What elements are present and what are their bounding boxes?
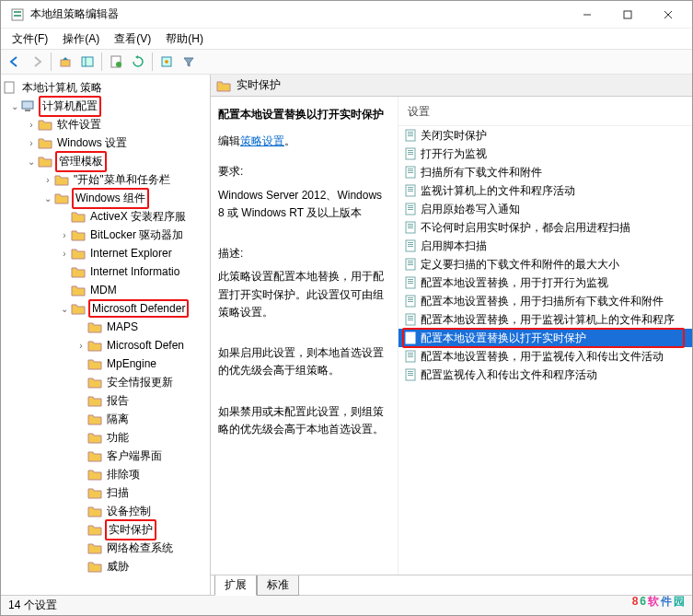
expand-icon[interactable]: › bbox=[58, 230, 71, 240]
close-button[interactable] bbox=[648, 2, 688, 28]
folder-icon bbox=[87, 468, 102, 481]
tree-software[interactable]: ›软件设置 bbox=[1, 115, 210, 134]
tree-ie[interactable]: ›Internet Explorer bbox=[1, 244, 210, 262]
expand-icon[interactable]: › bbox=[25, 120, 38, 130]
tree-label: 网络检查系统 bbox=[105, 540, 175, 557]
svg-rect-31 bbox=[408, 191, 413, 192]
menu-file[interactable]: 文件(F) bbox=[6, 29, 53, 49]
up-button[interactable] bbox=[55, 52, 75, 72]
tree-windows-components[interactable]: ⌄Windows 组件 bbox=[1, 189, 210, 207]
setting-item[interactable]: 不论何时启用实时保护，都会启用进程扫描 bbox=[398, 218, 692, 237]
export-button[interactable] bbox=[156, 52, 177, 72]
tree-bitlocker[interactable]: ›BitLocker 驱动器加 bbox=[1, 226, 210, 244]
filter-button[interactable] bbox=[179, 52, 199, 72]
expand-icon[interactable]: › bbox=[41, 175, 54, 185]
minimize-button[interactable] bbox=[567, 2, 607, 28]
menu-view[interactable]: 查看(V) bbox=[109, 29, 156, 49]
tree-scan[interactable]: 扫描 bbox=[1, 483, 210, 502]
setting-item-label: 启用原始卷写入通知 bbox=[421, 202, 520, 217]
toolbar-separator bbox=[101, 52, 102, 71]
svg-rect-34 bbox=[408, 207, 413, 208]
tree-security-update[interactable]: 安全情报更新 bbox=[1, 373, 210, 391]
svg-rect-41 bbox=[408, 242, 413, 243]
back-button[interactable] bbox=[5, 52, 25, 72]
setting-item[interactable]: 配置本地设置替换，用于打开行为监视 bbox=[398, 273, 692, 292]
svg-rect-71 bbox=[408, 375, 413, 376]
tree-realtime[interactable]: 实时保护 bbox=[1, 520, 210, 539]
tree-device-control[interactable]: 设备控制 bbox=[1, 502, 210, 520]
folder-icon bbox=[71, 228, 86, 241]
setting-item[interactable]: 监视计算机上的文件和程序活动 bbox=[398, 181, 692, 200]
tree-label: 设备控制 bbox=[105, 503, 153, 520]
tab-standard[interactable]: 标准 bbox=[257, 575, 299, 596]
tree-report[interactable]: 报告 bbox=[1, 391, 210, 410]
tab-extended[interactable]: 扩展 bbox=[214, 575, 257, 596]
requirements-text: Windows Server 2012、Windows 8 或 Windows … bbox=[218, 187, 390, 222]
svg-rect-49 bbox=[408, 279, 413, 280]
svg-point-11 bbox=[116, 62, 121, 67]
collapse-icon[interactable]: ⌄ bbox=[58, 304, 71, 314]
menubar: 文件(F) 操作(A) 查看(V) 帮助(H) bbox=[1, 29, 692, 49]
window-title: 本地组策略编辑器 bbox=[30, 6, 567, 22]
setting-item[interactable]: 扫描所有下载文件和附件 bbox=[398, 163, 692, 181]
tree-msdefender[interactable]: ›Microsoft Defen bbox=[1, 336, 210, 354]
svg-rect-62 bbox=[408, 336, 413, 337]
tree-label: 功能 bbox=[105, 429, 131, 447]
properties-button[interactable] bbox=[106, 52, 126, 72]
setting-item[interactable]: 启用脚本扫描 bbox=[398, 237, 692, 255]
collapse-icon[interactable]: ⌄ bbox=[25, 157, 38, 167]
tree-label: MAPS bbox=[105, 320, 140, 334]
setting-item[interactable]: 启用原始卷写入通知 bbox=[398, 200, 692, 218]
tree-quarantine[interactable]: 隔离 bbox=[1, 410, 210, 428]
setting-item[interactable]: 配置监视传入和传出文件和程序活动 bbox=[398, 366, 692, 384]
expand-icon[interactable]: › bbox=[75, 341, 87, 351]
tree-activex[interactable]: ActiveX 安装程序服 bbox=[1, 207, 210, 226]
refresh-button[interactable] bbox=[128, 52, 148, 72]
tree-root[interactable]: 本地计算机 策略 bbox=[1, 78, 210, 97]
setting-item[interactable]: 关闭实时保护 bbox=[398, 126, 692, 145]
tree-network-inspect[interactable]: 网络检查系统 bbox=[1, 539, 210, 557]
tree-features[interactable]: 功能 bbox=[1, 428, 210, 447]
svg-rect-66 bbox=[408, 354, 413, 355]
setting-item[interactable]: 配置本地设置替换以打开实时保护 bbox=[398, 329, 692, 347]
setting-item[interactable]: 配置本地设置替换，用于扫描所有下载文件和附件 bbox=[398, 292, 692, 310]
menu-help[interactable]: 帮助(H) bbox=[160, 29, 209, 49]
tree-start-taskbar[interactable]: ›"开始"菜单和任务栏 bbox=[1, 170, 210, 189]
collapse-icon[interactable]: ⌄ bbox=[8, 101, 21, 111]
edit-prefix: 编辑 bbox=[218, 134, 240, 147]
tree-mpengine[interactable]: MpEngine bbox=[1, 354, 210, 373]
toolbar-separator bbox=[152, 52, 153, 71]
tree-computer-config[interactable]: ⌄计算机配置 bbox=[1, 97, 210, 115]
setting-item-label: 配置本地设置替换以打开实时保护 bbox=[421, 331, 586, 346]
tree-pane[interactable]: 本地计算机 策略 ⌄计算机配置 ›软件设置 ›Windows 设置 ⌄管理模板 … bbox=[1, 75, 211, 595]
tree-iis[interactable]: Internet Informatio bbox=[1, 262, 210, 281]
setting-item[interactable]: 配置本地设置替换，用于监视计算机上的文件和程序 bbox=[398, 310, 692, 329]
expand-icon[interactable]: › bbox=[58, 249, 71, 259]
tree-exclusions[interactable]: 排除项 bbox=[1, 465, 210, 483]
setting-item[interactable]: 定义要扫描的下载文件和附件的最大大小 bbox=[398, 255, 692, 273]
svg-rect-2 bbox=[14, 15, 21, 17]
tree-client-ui[interactable]: 客户端界面 bbox=[1, 447, 210, 465]
edit-policy-link[interactable]: 策略设置 bbox=[240, 134, 284, 147]
folder-icon bbox=[87, 486, 102, 499]
requirements-label: 要求: bbox=[218, 163, 390, 180]
settings-list[interactable]: 设置 关闭实时保护打开行为监视扫描所有下载文件和附件监视计算机上的文件和程序活动… bbox=[398, 97, 692, 575]
column-header-setting[interactable]: 设置 bbox=[398, 100, 692, 126]
menu-action[interactable]: 操作(A) bbox=[57, 29, 105, 49]
collapse-icon[interactable]: ⌄ bbox=[41, 193, 54, 203]
show-hide-tree-button[interactable] bbox=[77, 52, 98, 72]
tree-windows-settings[interactable]: ›Windows 设置 bbox=[1, 134, 210, 152]
svg-rect-57 bbox=[408, 316, 413, 317]
tree-maps[interactable]: MAPS bbox=[1, 318, 210, 336]
maximize-button[interactable] bbox=[607, 2, 648, 28]
tree-threats[interactable]: 威胁 bbox=[1, 557, 210, 575]
setting-item[interactable]: 配置本地设置替换，用于监视传入和传出文件活动 bbox=[398, 347, 692, 366]
tree-admin-templates[interactable]: ⌄管理模板 bbox=[1, 152, 210, 170]
expand-icon[interactable]: › bbox=[25, 138, 38, 148]
forward-button[interactable] bbox=[27, 52, 47, 72]
tree-mdm[interactable]: MDM bbox=[1, 281, 210, 299]
svg-rect-59 bbox=[408, 320, 413, 320]
tree-defender[interactable]: ⌄Microsoft Defender bbox=[1, 299, 210, 318]
statusbar: 14 个设置 bbox=[1, 595, 692, 615]
setting-item[interactable]: 打开行为监视 bbox=[398, 145, 692, 163]
